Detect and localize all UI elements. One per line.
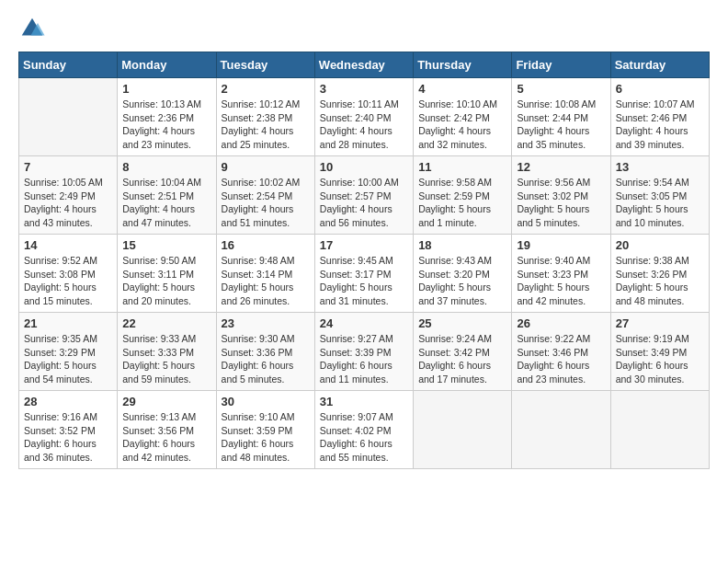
calendar-cell: 25Sunrise: 9:24 AMSunset: 3:42 PMDayligh… [414, 313, 512, 391]
day-info: Sunrise: 10:05 AM [24, 176, 112, 190]
day-info: Sunrise: 9:19 AM [616, 332, 704, 346]
day-info: Sunrise: 10:02 AM [222, 176, 310, 190]
logo [18, 15, 50, 42]
calendar-cell: 4Sunrise: 10:10 AMSunset: 2:42 PMDayligh… [414, 78, 512, 156]
calendar-cell: 1Sunrise: 10:13 AMSunset: 2:36 PMDayligh… [118, 78, 216, 156]
day-info: Daylight: 4 hours [24, 202, 112, 216]
calendar-cell: 14Sunrise: 9:52 AMSunset: 3:08 PMDayligh… [19, 235, 118, 313]
day-info: Sunrise: 9:30 AM [222, 332, 310, 346]
day-number: 22 [122, 316, 210, 330]
day-info: Daylight: 5 hours [24, 359, 112, 373]
day-info: and 17 minutes. [418, 373, 506, 386]
day-number: 9 [222, 160, 310, 174]
day-info: Sunrise: 9:24 AM [418, 332, 506, 346]
calendar-header-friday: Friday [512, 52, 610, 78]
day-info: Daylight: 6 hours [320, 359, 408, 373]
day-info: Daylight: 5 hours [418, 202, 506, 216]
day-number: 25 [418, 316, 506, 330]
day-number: 29 [122, 395, 210, 408]
calendar-cell: 20Sunrise: 9:38 AMSunset: 3:26 PMDayligh… [610, 235, 709, 313]
day-number: 16 [222, 238, 310, 252]
calendar-cell: 28Sunrise: 9:16 AMSunset: 3:52 PMDayligh… [19, 391, 118, 469]
day-number: 4 [418, 82, 506, 96]
calendar-cell [512, 391, 610, 469]
day-info: and 28 minutes. [320, 138, 408, 152]
calendar-week-1: 7Sunrise: 10:05 AMSunset: 2:49 PMDayligh… [19, 156, 710, 235]
day-info: Daylight: 5 hours [616, 202, 704, 216]
day-info: and 47 minutes. [122, 216, 210, 230]
day-info: Sunrise: 9:38 AM [616, 254, 704, 268]
day-info: Sunrise: 9:54 AM [616, 176, 704, 190]
day-info: Sunset: 2:42 PM [418, 111, 506, 125]
day-number: 20 [616, 238, 704, 252]
day-info: Sunrise: 10:07 AM [616, 98, 704, 111]
day-info: Daylight: 5 hours [122, 281, 210, 294]
day-info: Sunrise: 9:45 AM [320, 254, 408, 268]
calendar-cell: 26Sunrise: 9:22 AMSunset: 3:46 PMDayligh… [512, 313, 610, 391]
day-info: Sunset: 2:44 PM [517, 111, 605, 125]
calendar-cell: 18Sunrise: 9:43 AMSunset: 3:20 PMDayligh… [414, 235, 512, 313]
calendar-week-0: 1Sunrise: 10:13 AMSunset: 2:36 PMDayligh… [19, 78, 710, 156]
day-number: 21 [24, 316, 112, 330]
day-info: and 5 minutes. [222, 373, 310, 386]
day-info: Daylight: 5 hours [222, 281, 310, 294]
day-info: Sunrise: 9:43 AM [418, 254, 506, 268]
day-info: and 43 minutes. [24, 216, 112, 230]
calendar-cell [610, 391, 709, 469]
day-info: and 25 minutes. [222, 138, 310, 152]
day-info: Sunset: 3:17 PM [320, 268, 408, 282]
calendar-cell: 3Sunrise: 10:11 AMSunset: 2:40 PMDayligh… [314, 78, 413, 156]
day-info: and 23 minutes. [517, 373, 605, 386]
day-number: 5 [517, 82, 605, 96]
day-info: Daylight: 4 hours [222, 202, 310, 216]
day-info: and 10 minutes. [616, 216, 704, 230]
day-info: Sunset: 2:40 PM [320, 111, 408, 125]
day-info: and 51 minutes. [222, 216, 310, 230]
calendar-header-thursday: Thursday [414, 52, 512, 78]
day-number: 6 [616, 82, 704, 96]
calendar-cell: 22Sunrise: 9:33 AMSunset: 3:33 PMDayligh… [118, 313, 216, 391]
day-info: Sunset: 3:49 PM [616, 346, 704, 360]
day-info: and 11 minutes. [320, 373, 408, 386]
day-number: 12 [517, 160, 605, 174]
day-info: Sunrise: 9:48 AM [222, 254, 310, 268]
day-info: Sunrise: 9:10 AM [222, 410, 310, 424]
calendar-cell: 15Sunrise: 9:50 AMSunset: 3:11 PMDayligh… [118, 235, 216, 313]
day-info: Daylight: 6 hours [517, 359, 605, 373]
day-info: Sunrise: 10:04 AM [122, 176, 210, 190]
day-info: and 26 minutes. [222, 294, 310, 308]
day-info: Sunset: 3:42 PM [418, 346, 506, 360]
calendar-cell: 31Sunrise: 9:07 AMSunset: 4:02 PMDayligh… [314, 391, 413, 469]
day-number: 3 [320, 82, 408, 96]
day-info: Daylight: 5 hours [517, 281, 605, 294]
day-info: and 54 minutes. [24, 373, 112, 386]
day-info: Sunset: 3:14 PM [222, 268, 310, 282]
day-info: Sunrise: 10:11 AM [320, 98, 408, 111]
day-info: Daylight: 4 hours [320, 202, 408, 216]
day-info: Sunset: 2:36 PM [122, 111, 210, 125]
calendar-cell: 23Sunrise: 9:30 AMSunset: 3:36 PMDayligh… [216, 313, 314, 391]
day-number: 7 [24, 160, 112, 174]
day-number: 13 [616, 160, 704, 174]
day-number: 30 [222, 395, 310, 408]
day-info: Sunset: 2:54 PM [222, 190, 310, 203]
calendar-header-tuesday: Tuesday [216, 52, 314, 78]
day-info: Sunrise: 9:58 AM [418, 176, 506, 190]
calendar-cell: 21Sunrise: 9:35 AMSunset: 3:29 PMDayligh… [19, 313, 118, 391]
day-info: Daylight: 5 hours [24, 281, 112, 294]
day-info: Sunset: 2:57 PM [320, 190, 408, 203]
calendar-cell: 16Sunrise: 9:48 AMSunset: 3:14 PMDayligh… [216, 235, 314, 313]
day-info: and 48 minutes. [616, 294, 704, 308]
day-info: Sunrise: 10:00 AM [320, 176, 408, 190]
day-info: Sunset: 3:39 PM [320, 346, 408, 360]
day-info: Sunrise: 10:08 AM [517, 98, 605, 111]
day-info: Sunset: 3:56 PM [122, 424, 210, 438]
day-info: Daylight: 6 hours [24, 437, 112, 451]
day-info: Daylight: 4 hours [418, 124, 506, 138]
calendar-cell: 2Sunrise: 10:12 AMSunset: 2:38 PMDayligh… [216, 78, 314, 156]
calendar-week-3: 21Sunrise: 9:35 AMSunset: 3:29 PMDayligh… [19, 313, 710, 391]
day-info: Sunrise: 10:13 AM [122, 98, 210, 111]
logo-icon [18, 15, 46, 42]
day-info: and 48 minutes. [222, 451, 310, 465]
day-info: and 32 minutes. [418, 138, 506, 152]
